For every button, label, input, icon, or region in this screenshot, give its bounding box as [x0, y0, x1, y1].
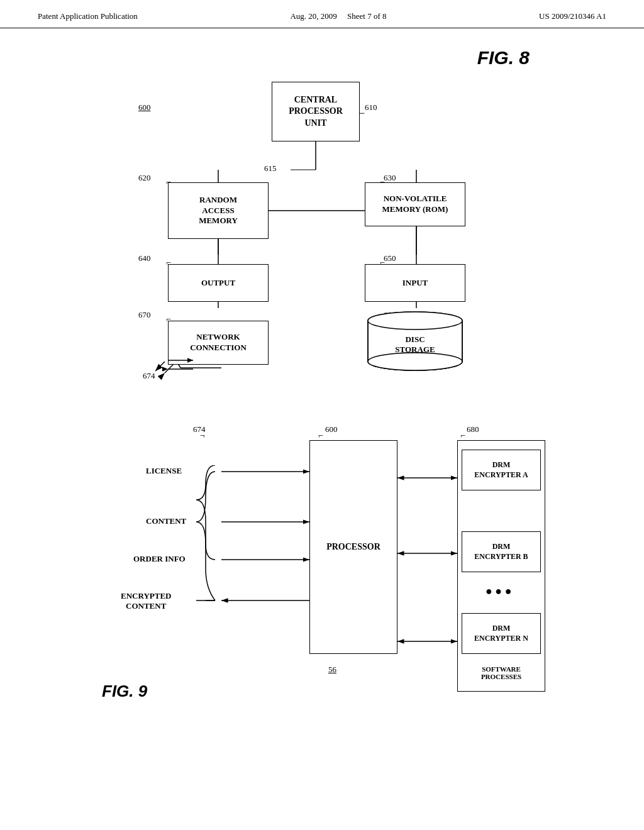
- input-box: INPUT: [365, 264, 465, 302]
- header-right: US 2009/210346 A1: [539, 11, 606, 21]
- label-640: 640: [138, 253, 151, 263]
- label-600-fig8: 600: [138, 102, 151, 113]
- content-label: CONTENT: [146, 516, 186, 526]
- drm-b-box: DRMENCRYPTER B: [462, 531, 541, 572]
- svg-point-25: [368, 312, 462, 329]
- rom-box: NON-VOLATILEMEMORY (ROM): [365, 182, 465, 226]
- lower-brace-svg: [193, 591, 225, 610]
- fig8-diagram: FIG. 8: [108, 47, 536, 387]
- header-center: Aug. 20, 2009 Sheet 7 of 8: [290, 11, 386, 21]
- dots-label: ● ● ●: [486, 585, 512, 598]
- fig9-diagram: FIG. 9: [96, 418, 548, 707]
- label-56: 56: [328, 665, 336, 675]
- software-processes-label: SOFTWAREPROCESSES: [462, 665, 541, 680]
- brace-674-fig9: ⌐: [200, 431, 205, 441]
- brace-600-fig9: ⌐: [318, 431, 323, 441]
- brace-610: ⌐: [358, 107, 365, 120]
- drm-n-box: DRMENCRYPTER N: [462, 613, 541, 654]
- output-box: OUTPUT: [168, 264, 269, 302]
- page-header: Patent Application Publication Aug. 20, …: [0, 0, 644, 28]
- disc-storage: DISCSTORAGE: [365, 308, 465, 371]
- label-674-fig8: 674: [143, 371, 155, 381]
- encrypted-content-label: ENCRYPTEDCONTENT: [121, 591, 171, 611]
- spacer: [38, 387, 606, 406]
- fig8-title: FIG. 8: [477, 47, 530, 69]
- drm-a-box: DRMENCRYPTER A: [462, 450, 541, 490]
- label-600-fig9: 600: [325, 424, 338, 434]
- label-615: 615: [264, 163, 277, 174]
- brace-680-fig9: ⌐: [460, 431, 465, 441]
- fig9-title: FIG. 9: [102, 682, 147, 701]
- label-610: 610: [365, 102, 377, 113]
- label-680: 680: [467, 424, 479, 434]
- svg-point-28: [368, 353, 462, 370]
- cpu-box: CENTRALPROCESSORUNIT: [272, 82, 360, 141]
- left-brace-svg: [193, 465, 225, 607]
- order-info-label: ORDER INFO: [133, 554, 186, 564]
- network-arrows: [162, 355, 199, 380]
- header-left: Patent Application Publication: [38, 11, 138, 21]
- label-670: 670: [138, 310, 151, 320]
- label-630: 630: [384, 173, 396, 183]
- ram-box: RANDOMACCESSMEMORY: [168, 182, 269, 239]
- header-date: Aug. 20, 2009: [290, 11, 336, 21]
- header-sheet: Sheet 7 of 8: [347, 11, 386, 21]
- label-620: 620: [138, 173, 151, 183]
- main-content: FIG. 8: [0, 28, 644, 726]
- label-650: 650: [384, 253, 396, 263]
- processor-box: PROCESSOR: [309, 440, 397, 654]
- disc-text: DISCSTORAGE: [365, 335, 465, 355]
- license-label: LICENSE: [146, 466, 182, 476]
